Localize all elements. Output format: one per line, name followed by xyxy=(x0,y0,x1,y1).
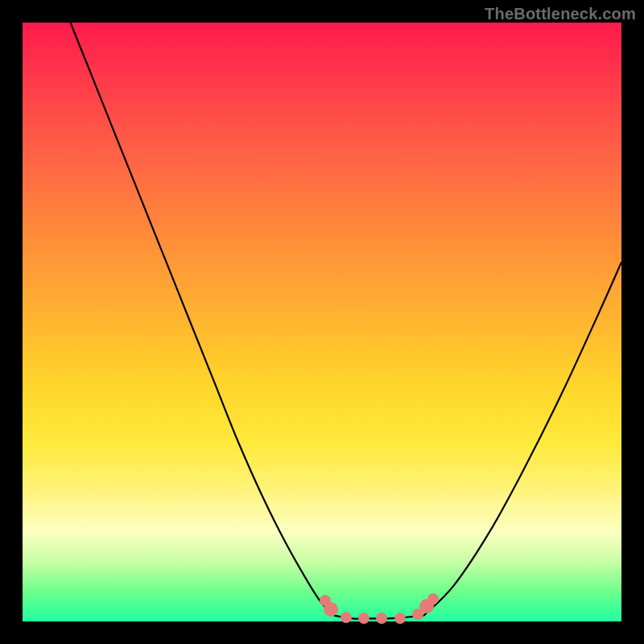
marker-dot xyxy=(358,613,369,624)
curve-right-branch xyxy=(424,262,622,616)
chart-frame: TheBottleneck.com xyxy=(0,0,644,644)
chart-plot-area xyxy=(23,23,621,621)
watermark-text: TheBottleneck.com xyxy=(485,5,636,23)
marker-dot xyxy=(427,593,439,605)
marker-dot xyxy=(412,609,423,620)
marker-dot xyxy=(324,602,338,617)
marker-dot xyxy=(341,612,352,623)
marker-dot xyxy=(376,613,387,624)
marker-dot xyxy=(320,595,331,606)
marker-dot xyxy=(419,599,434,613)
curve-valley-floor xyxy=(334,616,424,619)
marker-dot xyxy=(394,613,406,624)
curve-left-branch xyxy=(71,23,334,616)
curve-layer xyxy=(23,23,621,621)
